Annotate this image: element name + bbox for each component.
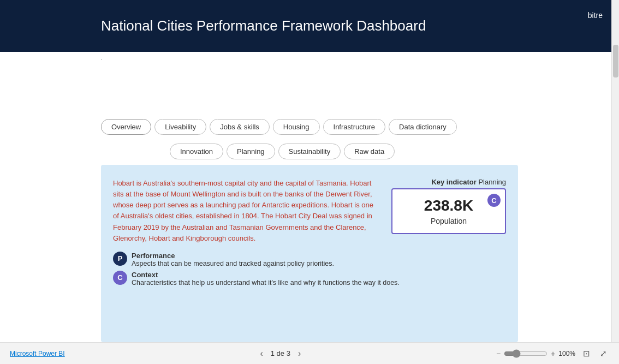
bottom-bar: Microsoft Power BI ‹ 1 de 3 › − + 100% ⊡… <box>0 342 619 364</box>
nav-tabs: Overview Liveability Jobs & skills Housi… <box>101 119 518 159</box>
main-container: National Cities Performance Framework Da… <box>0 0 619 364</box>
zoom-bar: − + 100% <box>496 349 575 358</box>
key-indicator-category: Planning <box>478 178 506 186</box>
key-indicator-label: Key indicator Planning <box>431 178 506 186</box>
main-panel: Hobart is Australia's southern-most capi… <box>101 165 518 342</box>
tab-planning[interactable]: Planning <box>227 144 275 159</box>
legend-title-performance: Performance <box>132 252 334 260</box>
scrollbar-thumb[interactable] <box>613 45 618 77</box>
legend-item-performance: P Performance Aspects that can be measur… <box>113 252 506 267</box>
legend-title-context: Context <box>132 271 400 279</box>
scrollbar-track[interactable] <box>611 0 619 342</box>
legend-badge-c: C <box>113 271 127 285</box>
content-area: · Overview Liveability Jobs & skills Hou… <box>0 52 619 342</box>
bottom-bar-right: − + 100% ⊡ ⤢ <box>496 348 609 360</box>
legend-text-context: Context Characteristics that help us und… <box>132 271 400 287</box>
dashboard-title: National Cities Performance Framework Da… <box>101 17 426 34</box>
zoom-slider[interactable] <box>504 349 547 358</box>
tab-housing[interactable]: Housing <box>273 119 320 135</box>
page-indicator: 1 de 3 <box>271 349 290 357</box>
tab-overview[interactable]: Overview <box>101 119 151 135</box>
key-indicator-label-bold: Key indicator <box>431 178 476 186</box>
key-indicator-wrapper: Key indicator Planning C 238.8K Populati… <box>386 178 506 234</box>
key-indicator-value: 238.8K <box>403 197 494 214</box>
tab-liveability[interactable]: Liveability <box>154 119 206 135</box>
tab-innovation[interactable]: Innovation <box>170 144 223 159</box>
prev-page-button[interactable]: ‹ <box>257 348 266 360</box>
legend: P Performance Aspects that can be measur… <box>113 252 506 287</box>
power-bi-link[interactable]: Microsoft Power BI <box>10 350 65 357</box>
city-description: Hobart is Australia's southern-most capi… <box>113 178 375 244</box>
header: National Cities Performance Framework Da… <box>0 0 619 52</box>
legend-badge-p: P <box>113 252 127 266</box>
fit-page-button[interactable]: ⊡ <box>581 348 592 360</box>
tab-jobs-skills[interactable]: Jobs & skills <box>210 119 270 135</box>
tab-raw-data[interactable]: Raw data <box>344 144 395 159</box>
tab-sustainability[interactable]: Sustainability <box>278 144 341 159</box>
legend-item-context: C Context Characteristics that help us u… <box>113 271 506 287</box>
key-indicator-box: C 238.8K Population <box>391 188 506 234</box>
legend-desc-context: Characteristics that help us understand … <box>132 279 400 287</box>
dot-marker: · <box>101 56 518 62</box>
key-indicator-metric: Population <box>403 217 494 225</box>
zoom-minus[interactable]: − <box>496 349 501 358</box>
fullscreen-button[interactable]: ⤢ <box>598 348 609 360</box>
tab-data-dictionary[interactable]: Data dictionary <box>389 119 457 135</box>
next-page-button[interactable]: › <box>295 348 304 360</box>
panel-top: Hobart is Australia's southern-most capi… <box>113 178 506 244</box>
zoom-plus[interactable]: + <box>551 349 555 358</box>
legend-text-performance: Performance Aspects that can be measured… <box>132 252 334 267</box>
key-indicator-badge: C <box>487 194 501 207</box>
brand-label: bitre <box>588 11 603 20</box>
zoom-label: 100% <box>558 350 575 357</box>
pagination: ‹ 1 de 3 › <box>257 348 304 360</box>
tab-infrastructure[interactable]: Infrastructure <box>323 119 386 135</box>
legend-desc-performance: Aspects that can be measured and tracked… <box>132 260 334 267</box>
